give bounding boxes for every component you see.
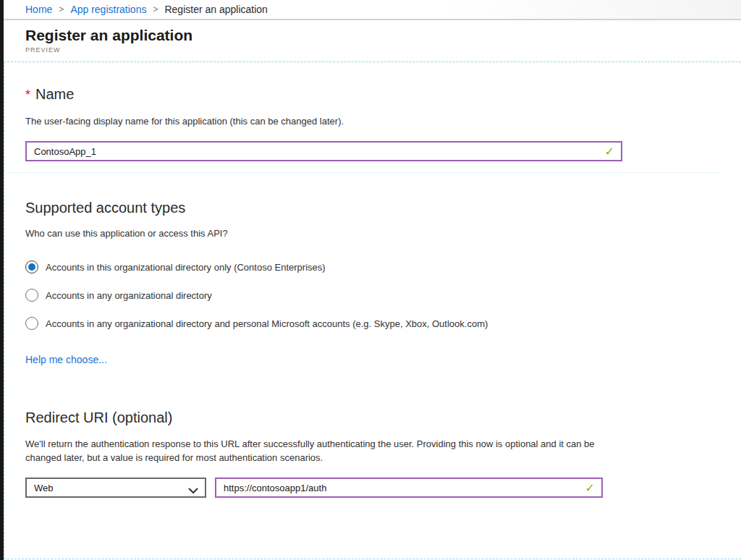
redirect-uri-heading: Redirect URI (optional) — [25, 407, 741, 428]
page-header: Register an application PREVIEW — [4, 22, 741, 61]
radio-button-icon — [25, 260, 38, 273]
breadcrumb-link-app-registrations[interactable]: App registrations — [70, 4, 146, 15]
redirect-uri-value: https://contosoapp1/auth — [224, 483, 326, 493]
valid-check-icon: ✓ — [585, 481, 595, 495]
section-divider — [4, 172, 720, 173]
name-section-heading: *Name — [25, 84, 741, 105]
radio-button-icon — [25, 289, 38, 302]
radio-label: Accounts in this organizational director… — [46, 262, 326, 273]
breadcrumb-separator: > — [153, 4, 158, 14]
radio-button-icon — [25, 317, 38, 330]
platform-dropdown[interactable]: Web — [25, 478, 206, 498]
app-name-input[interactable]: ContosoApp_1 ✓ — [25, 141, 622, 161]
breadcrumb: Home > App registrations > Register an a… — [4, 0, 741, 20]
redirect-uri-input[interactable]: https://contosoapp1/auth ✓ — [215, 478, 603, 498]
name-heading-label: Name — [35, 86, 74, 102]
radio-accounts-this-directory[interactable]: Accounts in this organizational director… — [25, 260, 741, 274]
radio-label: Accounts in any organizational directory… — [46, 318, 488, 329]
redirect-uri-description: We'll return the authentication response… — [25, 437, 611, 464]
register-form: *Name The user-facing display name for t… — [4, 61, 741, 559]
help-me-choose-link[interactable]: Help me choose... — [25, 354, 107, 365]
chevron-down-icon — [188, 485, 198, 496]
platform-dropdown-value: Web — [34, 483, 54, 493]
breadcrumb-link-home[interactable]: Home — [25, 4, 52, 15]
app-name-value: ContosoApp_1 — [34, 146, 96, 157]
page-title: Register an application — [25, 27, 741, 44]
account-types-question: Who can use this application or access t… — [25, 227, 741, 239]
radio-accounts-any-directory-personal[interactable]: Accounts in any organizational directory… — [25, 316, 741, 331]
breadcrumb-current-page: Register an application — [164, 4, 267, 15]
redirect-uri-row: Web https://contosoapp1/auth ✓ — [25, 478, 741, 498]
radio-accounts-any-directory[interactable]: Accounts in any organizational directory — [25, 288, 741, 302]
account-types-heading: Supported account types — [25, 198, 741, 218]
name-description: The user-facing display name for this ap… — [25, 115, 741, 127]
preview-badge: PREVIEW — [25, 46, 741, 54]
breadcrumb-separator: > — [59, 4, 64, 14]
required-asterisk: * — [25, 88, 30, 102]
radio-label: Accounts in any organizational directory — [46, 290, 212, 301]
valid-check-icon: ✓ — [605, 145, 614, 158]
